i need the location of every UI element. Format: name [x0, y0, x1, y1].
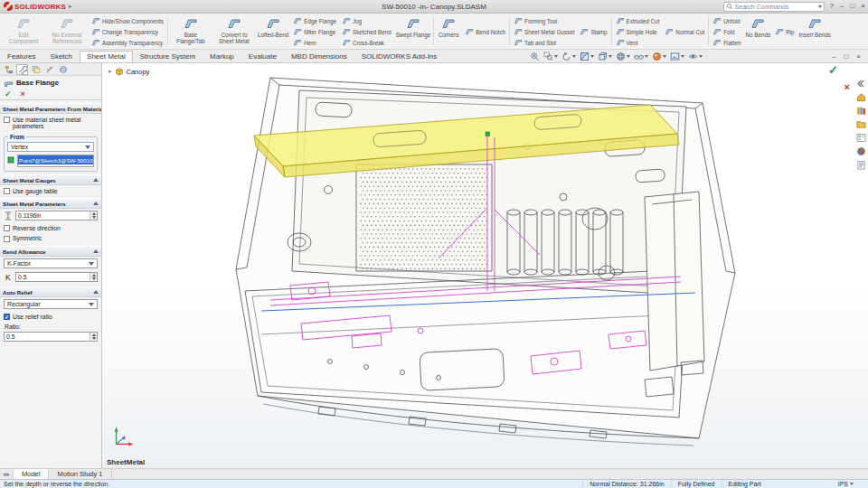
ribbon-button-sheet-metal-gusset[interactable]: Sheet Metal Gusset — [511, 26, 577, 37]
ribbon-button-change-transparency[interactable]: Change Transparency — [89, 26, 166, 37]
help-button[interactable]: ? — [830, 3, 834, 10]
tab-features[interactable]: Features — [0, 51, 43, 62]
ribbon-button-edge-flange[interactable]: Edge Flange — [290, 15, 339, 26]
ribbon-button-swept-flange[interactable]: Swept Flange — [394, 14, 433, 48]
use-material-parameters-checkbox[interactable]: Use material sheet metal parameters — [0, 114, 101, 131]
spinner-buttons[interactable] — [90, 273, 97, 281]
dropdown-arrow-icon[interactable] — [645, 55, 648, 58]
appearances-scenes-button[interactable] — [856, 144, 866, 154]
doc-minimize-button[interactable]: – — [832, 52, 835, 61]
tab-sheet-metal[interactable]: Sheet Metal — [80, 51, 133, 62]
hide-show-items-button[interactable] — [634, 52, 648, 61]
view-palette-button[interactable] — [856, 130, 866, 140]
ribbon-button-cross-break[interactable]: Cross-Break — [339, 37, 394, 48]
task-pane-expand-button[interactable] — [856, 76, 866, 86]
reverse-direction-checkbox[interactable]: Reverse direction — [0, 222, 101, 232]
tab-markup[interactable]: Markup — [203, 51, 241, 62]
ribbon-button-tab-and-slot[interactable]: Tab and Slot — [511, 37, 577, 48]
tab-structure-system[interactable]: Structure System — [133, 51, 203, 62]
section-material-header[interactable]: Sheet Metal Parameters From Material — [0, 103, 101, 114]
ratio-input[interactable]: 0.5 — [4, 332, 98, 342]
tab-evaluate[interactable]: Evaluate — [241, 51, 284, 62]
k-factor-input[interactable]: 0.5 — [15, 272, 98, 282]
search-dropdown-icon[interactable] — [818, 5, 822, 8]
ribbon-button-lofted-bend[interactable]: Lofted-Bend — [256, 14, 290, 48]
dimxpert-manager-tab[interactable] — [43, 64, 55, 75]
tab-solidworks-add-ins[interactable]: SOLIDWORKS Add-Ins — [354, 51, 445, 62]
use-gauge-table-checkbox[interactable]: Use gauge table — [0, 185, 101, 195]
symmetric-checkbox[interactable]: Symmetric — [0, 233, 101, 243]
ribbon-button-fold[interactable]: Fold — [710, 26, 743, 37]
breadcrumb[interactable]: ▸ Canopy — [108, 67, 149, 76]
ribbon-button-edit-component[interactable]: Edit Component — [2, 14, 45, 48]
flyout-tree-arrow-icon[interactable]: ▸ — [108, 68, 112, 75]
from-type-dropdown[interactable]: Vertex — [7, 142, 94, 152]
ribbon-button-miter-flange[interactable]: Miter Flange — [290, 26, 339, 37]
zoom-area-button[interactable] — [543, 52, 558, 61]
ribbon-button-jog[interactable]: Jog — [339, 15, 394, 26]
graphics-area[interactable]: ▸ Canopy ✓ × SheetMetal — [102, 63, 868, 468]
ribbon-button-simple-hole[interactable]: Simple Hole — [613, 26, 663, 37]
bend-allowance-dropdown[interactable]: K-Factor — [4, 258, 98, 268]
tab-model[interactable]: Model — [14, 469, 49, 479]
maximize-button[interactable]: □ — [850, 3, 854, 10]
confirmation-ok-icon[interactable]: ✓ — [828, 64, 838, 76]
zoom-fit-button[interactable] — [530, 52, 540, 61]
ribbon-button-bend-notch[interactable]: Bend Notch — [462, 26, 508, 38]
dropdown-arrow-icon[interactable] — [699, 55, 703, 58]
ribbon-button-no-bends[interactable]: No Bends — [743, 14, 772, 48]
auto-relief-dropdown[interactable]: Rectangular — [4, 299, 98, 309]
section-view-button[interactable] — [580, 52, 594, 61]
tab-motion-study-1[interactable]: Motion Study 1 — [49, 469, 111, 479]
section-bend-allowance-header[interactable]: Bend Allowance — [0, 246, 101, 257]
dropdown-arrow-icon[interactable] — [572, 55, 576, 58]
section-parameters-header[interactable]: Sheet Metal Parameters — [0, 198, 101, 209]
ribbon-button-forming-tool[interactable]: Forming Tool — [511, 15, 577, 26]
dropdown-arrow-icon[interactable] — [609, 55, 612, 58]
section-auto-relief-header[interactable]: Auto Relief — [0, 286, 101, 297]
close-button[interactable]: × — [861, 3, 865, 10]
solidworks-resources-button[interactable] — [856, 89, 866, 99]
design-library-button[interactable] — [856, 103, 866, 113]
ribbon-button-extruded-cut[interactable]: Extruded Cut — [613, 15, 663, 26]
spinner-buttons[interactable] — [90, 211, 97, 220]
tab-mbd-dimensions[interactable]: MBD Dimensions — [284, 51, 354, 62]
thickness-input[interactable]: 0.1196in — [15, 211, 98, 221]
ribbon-button-normal-cut[interactable]: Normal Cut — [662, 26, 707, 38]
ribbon-button-no-external-references[interactable]: No External References — [45, 14, 89, 48]
ribbon-button-flatten[interactable]: Flatten — [710, 37, 743, 48]
menu-expand-icon[interactable]: ▸ — [69, 3, 72, 10]
doc-restore-button[interactable]: □ — [844, 52, 848, 61]
file-explorer-button[interactable] — [856, 117, 866, 127]
spinner-buttons[interactable] — [90, 333, 97, 341]
feature-manager-tab[interactable] — [3, 64, 14, 75]
ribbon-button-insert-bends[interactable]: Insert Bends — [797, 14, 833, 48]
tab-scroll-arrows[interactable]: ◂▸ — [0, 469, 14, 479]
display-manager-tab[interactable] — [57, 64, 69, 75]
configuration-manager-tab[interactable] — [30, 64, 42, 75]
minimize-button[interactable]: – — [840, 3, 844, 10]
scroll-right-icon[interactable]: ▸ — [7, 471, 11, 478]
view-orientation-button[interactable] — [598, 52, 612, 61]
unit-system-selector[interactable]: IPS — [838, 481, 854, 487]
doc-close-button[interactable]: × — [856, 52, 861, 61]
edit-appearance-button[interactable] — [652, 52, 666, 61]
custom-properties-button[interactable] — [856, 157, 866, 167]
ok-button[interactable]: ✓ — [5, 89, 12, 99]
dropdown-arrow-icon[interactable] — [663, 55, 666, 58]
ribbon-button-convert-to-sheet-metal[interactable]: Convert to Sheet Metal — [212, 14, 256, 48]
ribbon-button-rip[interactable]: Rip — [772, 26, 797, 38]
property-manager-tab[interactable] — [16, 64, 28, 75]
ribbon-button-unfold[interactable]: Unfold — [710, 15, 743, 26]
cancel-button[interactable]: × — [21, 89, 25, 99]
ribbon-button-stamp[interactable]: Stamp — [577, 26, 609, 38]
selection-listbox[interactable]: Point7@Sketch3@SW-50010. — [17, 155, 94, 167]
ribbon-button-base-flange-tab[interactable]: Base Flange/Tab — [169, 14, 212, 48]
ribbon-button-vent[interactable]: Vent — [613, 37, 663, 48]
search-commands-box[interactable]: Search Commands — [723, 2, 825, 12]
selected-vertex-item[interactable]: Point7@Sketch3@SW-50010. — [18, 155, 93, 164]
ribbon-button-hem[interactable]: Hem — [290, 37, 339, 48]
display-style-button[interactable] — [616, 52, 630, 61]
dropdown-arrow-icon[interactable] — [627, 55, 630, 58]
section-gauges-header[interactable]: Sheet Metal Gauges — [0, 174, 101, 185]
